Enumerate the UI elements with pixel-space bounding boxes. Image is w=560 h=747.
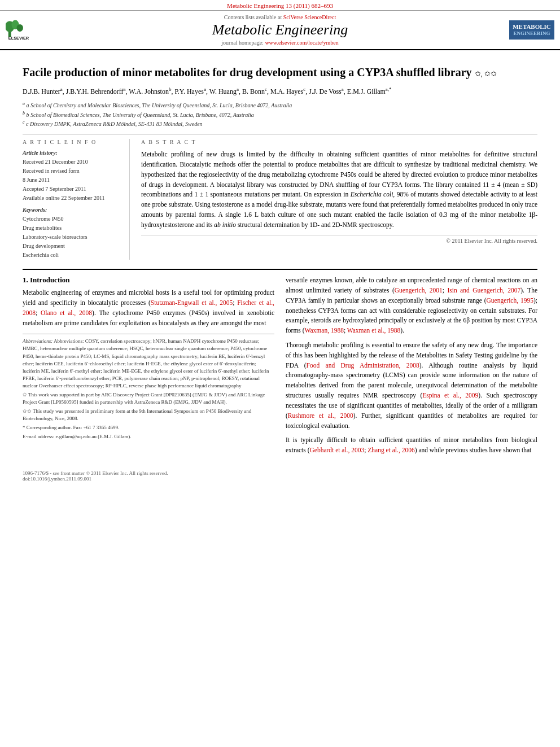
- abstract-column: A B S T R A C T Metabolic profiling of n…: [141, 139, 537, 260]
- corresponding-footnote: * Corresponding author. Fax: +61 7 3365 …: [23, 424, 274, 431]
- article-info-abstract-section: A R T I C L E I N F O Article history: R…: [23, 134, 537, 260]
- footnote-area: Abbreviations: Abbreviations: COSY, corr…: [23, 334, 274, 440]
- issn-line: 1096-7176/$ - see front matter © 2011 El…: [23, 470, 537, 476]
- body-right-column: versatile enzymes known, able to catalyz…: [286, 276, 537, 460]
- accepted-date: Accepted 7 September 2011: [23, 185, 123, 193]
- corner-logo: METABOLIC ENGINEERING: [509, 20, 554, 40]
- intro-para-1: Metabolic engineering of enzymes and mic…: [23, 288, 274, 328]
- affiliation-a: a a School of Chemistry and Molecular Bi…: [23, 101, 537, 110]
- section1-title: 1. Introduction: [23, 276, 274, 285]
- journal-reference-bar: Metabolic Engineering 13 (2011) 682–693: [0, 0, 560, 11]
- intro-para-4: It is typically difficult to obtain suff…: [286, 435, 537, 456]
- authors-line: D.J.B. Huntera, J.B.Y.H. Behrendorffa, W…: [23, 85, 537, 97]
- main-content: Facile production of minor metabolites f…: [0, 50, 560, 466]
- sciverse-link[interactable]: SciVerse ScienceDirect: [283, 14, 336, 20]
- received-date: Received 21 December 2010: [23, 158, 123, 166]
- corner-box: METABOLIC ENGINEERING: [509, 20, 554, 40]
- svg-text:ELSEVIER: ELSEVIER: [8, 35, 29, 40]
- revised-label: Received in revised form: [23, 167, 123, 175]
- journal-title: Metabolic Engineering: [51, 21, 509, 38]
- affiliation-b: b b School of Biomedical Sciences, The U…: [23, 110, 537, 119]
- email-footnote: E-mail address: e.gillam@uq.edu.au (E.M.…: [23, 433, 274, 440]
- article-info-column: A R T I C L E I N F O Article history: R…: [23, 139, 130, 260]
- revised-date: 8 June 2011: [23, 176, 123, 184]
- affiliations: a a School of Chemistry and Molecular Bi…: [23, 101, 537, 128]
- intro-para-3: Thorough metabolic profiling is essentia…: [286, 340, 537, 431]
- keyword-4: Drug development: [23, 242, 123, 251]
- article-info-heading: A R T I C L E I N F O: [23, 139, 123, 145]
- keywords-heading: Keywords:: [23, 207, 123, 213]
- title-stars: ✩, ✩✩: [475, 69, 497, 78]
- doi-line: doi:10.1016/j.ymben.2011.09.001: [23, 476, 537, 482]
- bottom-bar: 1096-7176/$ - see front matter © 2011 El…: [0, 468, 560, 484]
- keyword-5: Escherichia coli: [23, 251, 123, 260]
- intro-para-2: versatile enzymes known, able to catalyz…: [286, 276, 537, 336]
- svg-point-3: [17, 24, 23, 31]
- abstract-text: Metabolic profiling of new drugs is limi…: [141, 150, 537, 230]
- available-date: Available online 22 September 2011: [23, 194, 123, 202]
- header-center: Contents lists available at SciVerse Sci…: [51, 14, 509, 46]
- star2-footnote: ✩✩ This study was presented in prelimina…: [23, 408, 274, 422]
- journal-header: ELSEVIER Contents lists available at Sci…: [0, 11, 560, 50]
- abbreviations-footnote: Abbreviations: Abbreviations: COSY, corr…: [23, 338, 274, 389]
- keyword-2: Drug metabolites: [23, 224, 123, 233]
- abstract-heading: A B S T R A C T: [141, 139, 537, 145]
- body-content: 1. Introduction Metabolic engineering of…: [23, 269, 537, 460]
- body-left-column: 1. Introduction Metabolic engineering of…: [23, 276, 274, 460]
- keyword-3: Laboratory-scale bioreactors: [23, 233, 123, 242]
- article-title: Facile production of minor metabolites f…: [23, 65, 537, 80]
- copyright-notice: © 2011 Elsevier Inc. All rights reserved…: [141, 235, 537, 244]
- section1-number: 1.: [23, 276, 28, 284]
- affiliation-c: c c Discovery DMPK, AstraZeneca R&D Möln…: [23, 119, 537, 128]
- corner-line1: METABOLIC: [513, 23, 551, 30]
- history-title: Article history:: [23, 150, 123, 156]
- keyword-1: Cytochrome P450: [23, 215, 123, 224]
- journal-reference-text: Metabolic Engineering 13 (2011) 682–693: [227, 2, 333, 9]
- elsevier-logo: ELSEVIER: [6, 16, 51, 44]
- corner-line2: ENGINEERING: [513, 30, 551, 37]
- journal-homepage: journal homepage: www.elsevier.com/locat…: [51, 40, 509, 46]
- contents-line: Contents lists available at SciVerse Sci…: [51, 14, 509, 20]
- homepage-url[interactable]: www.elsevier.com/locate/ymben: [265, 40, 338, 46]
- section1-label: Introduction: [30, 276, 70, 284]
- star1-footnote: ✩ This work was supported in part by ARC…: [23, 391, 274, 406]
